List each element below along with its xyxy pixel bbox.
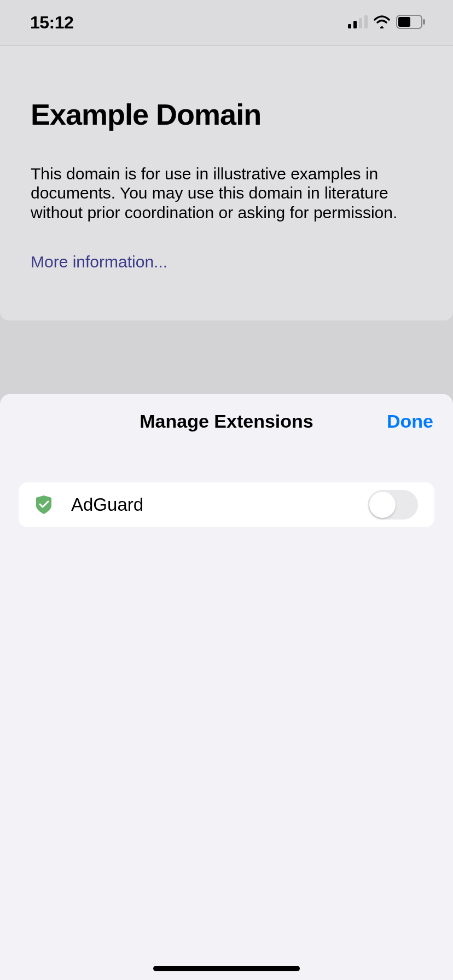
more-information-link[interactable]: More information... — [31, 253, 167, 271]
svg-rect-6 — [398, 17, 410, 27]
extension-row-adguard: AdGuard — [19, 482, 434, 527]
page-description: This domain is for use in illustrative e… — [31, 164, 422, 222]
done-button[interactable]: Done — [387, 411, 433, 432]
sheet-header: Manage Extensions Done — [0, 394, 453, 448]
battery-icon — [396, 15, 426, 31]
svg-rect-0 — [348, 24, 351, 28]
cellular-signal-icon — [348, 15, 368, 31]
status-time: 15:12 — [30, 13, 73, 33]
svg-rect-3 — [364, 15, 368, 28]
extension-name: AdGuard — [71, 494, 368, 515]
svg-rect-5 — [423, 19, 425, 25]
manage-extensions-sheet: Manage Extensions Done AdGuard — [0, 394, 453, 980]
page-content: Example Domain This domain is for use in… — [0, 46, 453, 320]
status-bar: 15:12 — [0, 0, 453, 46]
svg-rect-2 — [359, 18, 362, 28]
status-icons — [348, 15, 426, 31]
page-title: Example Domain — [31, 97, 422, 131]
wifi-icon — [373, 15, 391, 31]
shield-check-icon — [32, 493, 56, 517]
extension-toggle[interactable] — [368, 490, 418, 520]
svg-rect-1 — [353, 21, 357, 28]
extensions-list: AdGuard — [0, 448, 453, 527]
sheet-title: Manage Extensions — [140, 411, 313, 432]
home-indicator[interactable] — [153, 966, 300, 971]
